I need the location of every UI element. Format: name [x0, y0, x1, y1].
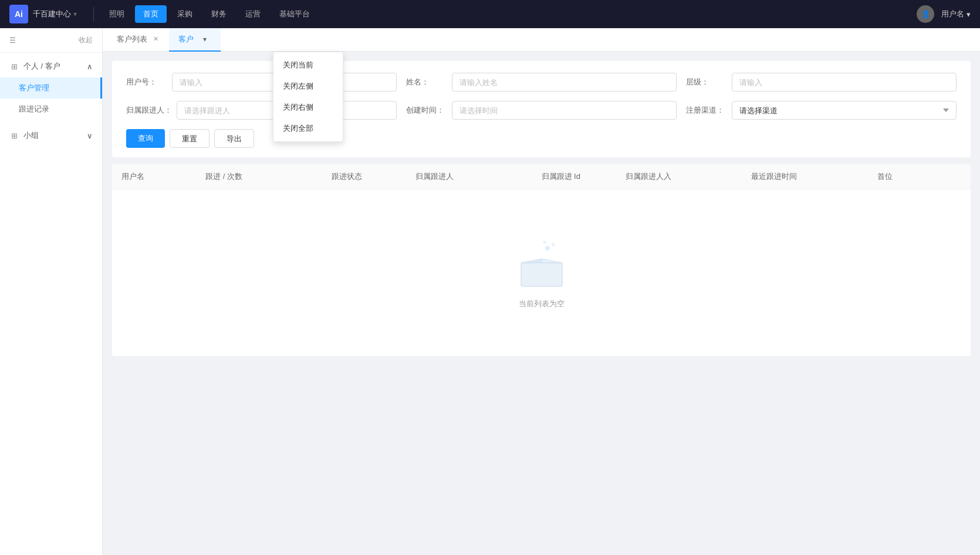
dropdown-close-right[interactable]: 关闭右侧: [273, 97, 343, 118]
tab-customer-list-label: 客户列表: [117, 34, 147, 45]
logo-icon: Ai: [9, 5, 28, 23]
nav-item-finance[interactable]: 财务: [203, 5, 235, 23]
filter-label-level: 层级：: [686, 77, 727, 87]
filter-item-level: 层级：: [686, 73, 957, 92]
sidebar-group-personal-chevron: ∧: [87, 62, 93, 71]
filter-input-name[interactable]: [452, 73, 677, 92]
empty-state: 当前列表为空: [112, 189, 971, 356]
sidebar-group-personal: ⊞ 个人 / 客户 ∧ 客户管理 跟进记录: [0, 53, 102, 122]
sidebar-group-personal-label: 个人 / 客户: [23, 61, 60, 72]
dropdown-close-current[interactable]: 关闭当前: [273, 55, 343, 76]
user-name[interactable]: 用户名 ▾: [941, 9, 971, 19]
filter-input-createtime[interactable]: [452, 101, 677, 120]
filter-select-channel[interactable]: 请选择渠道: [732, 101, 957, 120]
dropdown-close-left[interactable]: 关闭左侧: [273, 76, 343, 97]
content-area: 用户号： 姓名： 层级： 归属跟进人：: [103, 52, 980, 555]
sidebar-group-team-label: 小组: [23, 130, 39, 141]
top-nav: Ai 千百建中心 ▾ 照明 首页 采购 财务 运营 基础平台 👤 用户名 ▾: [0, 0, 980, 28]
svg-rect-0: [521, 263, 562, 286]
sidebar-group-team-title[interactable]: ⊞ 小组 ∨: [0, 124, 102, 147]
col-header-priority: 首位: [877, 171, 961, 182]
filter-label-name: 姓名：: [406, 77, 447, 87]
sidebar-group-personal-icon: ⊞: [9, 62, 19, 71]
svg-point-4: [552, 243, 555, 246]
filter-item-name: 姓名：: [406, 73, 677, 92]
filter-item-follower: 归属跟进人：: [126, 101, 397, 120]
nav-divider: [93, 7, 94, 21]
filter-label-channel: 注册渠道：: [686, 105, 727, 116]
nav-items: 照明 首页 采购 财务 运营 基础平台: [101, 5, 318, 23]
sidebar-item-customer-mgmt[interactable]: 客户管理: [0, 77, 102, 99]
nav-item-platform[interactable]: 基础平台: [271, 5, 318, 23]
svg-marker-2: [542, 259, 562, 263]
tab-dropdown-menu: 关闭当前 关闭左侧 关闭右侧 关闭全部: [273, 52, 343, 142]
sidebar: ☰ 收起 ⊞ 个人 / 客户 ∧ 客户管理 跟进记录 ⊞ 小组 ∨: [0, 28, 103, 555]
nav-chevron-icon: ▾: [73, 10, 77, 18]
nav-item-operation[interactable]: 运营: [237, 5, 269, 23]
query-button[interactable]: 查询: [126, 129, 165, 148]
sidebar-group-team-icon: ⊞: [9, 131, 19, 140]
tab-more-button[interactable]: ▾: [198, 33, 211, 46]
dropdown-close-all[interactable]: 关闭全部: [273, 118, 343, 139]
user-avatar: 👤: [917, 5, 934, 23]
empty-text: 当前列表为空: [519, 299, 565, 309]
table-section: 用户名 跟进 / 次数 跟进状态 归属跟进人 归属跟进 Id 归属跟进人入 最近…: [112, 164, 971, 356]
filter-item-channel: 注册渠道： 请选择渠道: [686, 101, 957, 120]
layout: ☰ 收起 ⊞ 个人 / 客户 ∧ 客户管理 跟进记录 ⊞ 小组 ∨: [0, 28, 980, 555]
sidebar-group-team: ⊞ 小组 ∨: [0, 122, 102, 149]
col-header-username: 用户名: [121, 171, 205, 182]
col-header-followcount: 跟进 / 次数: [205, 171, 332, 182]
sidebar-item-followup[interactable]: 跟进记录: [0, 99, 102, 120]
main-content: 客户列表 ✕ 客户 ▾ 关闭当前 关闭左侧 关闭右侧 关闭全部: [103, 28, 980, 555]
col-header-followstatus: 跟进状态: [332, 171, 415, 182]
tab-customer-label: 客户: [178, 34, 194, 45]
export-button[interactable]: 导出: [214, 129, 254, 148]
tab-customer-list[interactable]: 客户列表 ✕: [107, 28, 169, 52]
nav-item-lighting[interactable]: 照明: [101, 5, 133, 23]
filter-label-createtime: 创建时间：: [406, 105, 447, 116]
tab-customer-list-close[interactable]: ✕: [152, 34, 160, 44]
svg-point-3: [545, 246, 550, 251]
logo[interactable]: Ai 千百建中心 ▾: [9, 5, 77, 23]
nav-item-purchase[interactable]: 采购: [169, 5, 201, 23]
button-row: 查询 重置 导出: [126, 129, 957, 148]
filter-item-createtime: 创建时间：: [406, 101, 677, 120]
svg-marker-1: [521, 259, 542, 263]
filter-section: 用户号： 姓名： 层级： 归属跟进人：: [112, 61, 971, 157]
logo-text: 千百建中心: [33, 9, 71, 19]
sidebar-header: ☰ 收起: [0, 28, 102, 53]
empty-icon: [512, 236, 571, 289]
filter-row-2: 归属跟进人： 创建时间： 注册渠道： 请选择渠道: [126, 101, 957, 120]
nav-item-home[interactable]: 首页: [135, 5, 167, 23]
sidebar-group-personal-title[interactable]: ⊞ 个人 / 客户 ∧: [0, 55, 102, 77]
col-header-lastfollow: 最近跟进时间: [751, 171, 877, 182]
col-header-follower: 归属跟进人: [415, 171, 542, 182]
nav-right: 👤 用户名 ▾: [917, 5, 971, 23]
filter-row-1: 用户号： 姓名： 层级：: [126, 73, 957, 92]
filter-input-level[interactable]: [732, 73, 957, 92]
filter-label-follower: 归属跟进人：: [126, 105, 172, 116]
tab-bar: 客户列表 ✕ 客户 ▾ 关闭当前 关闭左侧 关闭右侧 关闭全部: [103, 28, 980, 52]
col-header-followerid: 归属跟进 Id: [542, 171, 626, 182]
table-header: 用户名 跟进 / 次数 跟进状态 归属跟进人 归属跟进 Id 归属跟进人入 最近…: [112, 164, 971, 189]
sidebar-collapse-btn[interactable]: 收起: [79, 35, 93, 45]
col-header-followerin: 归属跟进人入: [626, 171, 752, 182]
svg-point-5: [543, 241, 546, 244]
sidebar-title: ☰: [9, 36, 16, 45]
sidebar-group-team-chevron: ∨: [87, 131, 93, 140]
tab-customer[interactable]: 客户 ▾: [169, 28, 221, 52]
filter-label-userid: 用户号：: [126, 77, 167, 87]
reset-button[interactable]: 重置: [170, 129, 209, 148]
filter-item-userid: 用户号：: [126, 73, 397, 92]
